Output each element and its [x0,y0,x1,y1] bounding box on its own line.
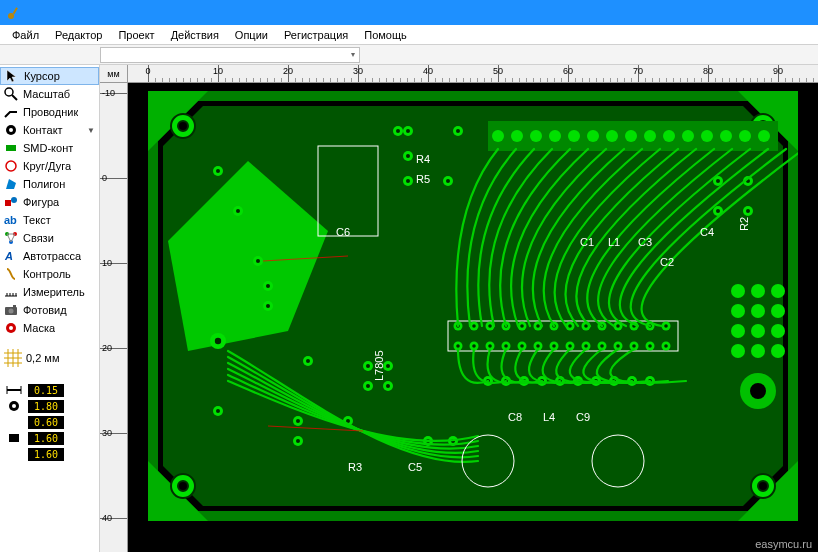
svg-point-195 [746,209,750,213]
tool-text[interactable]: abТекст [0,211,99,229]
tool-label: Курсор [24,70,60,82]
tool-smd[interactable]: SMD-конт [0,139,99,157]
smd-size-icon [4,431,24,445]
ruler-unit: мм [100,65,128,83]
pad-inner-value[interactable]: 0.60 [28,416,64,429]
svg-point-50 [758,481,768,491]
measure-icon [4,285,18,299]
svg-point-93 [536,344,540,348]
ruler-horizontal: 0102030405060708090 [128,65,818,83]
tool-circle[interactable]: Круг/Дуга [0,157,99,175]
tool-net[interactable]: Связи [0,229,99,247]
tool-label: Текст [23,214,51,226]
svg-point-226 [751,324,765,338]
svg-point-53 [492,130,504,142]
tool-polygon[interactable]: Полигон [0,175,99,193]
svg-rect-23 [13,305,16,307]
svg-text:C2: C2 [660,256,674,268]
tool-label: SMD-конт [23,142,73,154]
grid-label: 0,2 мм [26,352,59,364]
svg-text:A: A [4,250,13,262]
svg-text:C5: C5 [408,461,422,473]
smd-icon [4,141,18,155]
svg-point-223 [751,304,765,318]
smd-h-value[interactable]: 1.60 [28,448,64,461]
tool-zoom[interactable]: Масштаб [0,85,99,103]
svg-text:C4: C4 [700,226,714,238]
circle-icon [4,159,18,173]
svg-point-58 [587,130,599,142]
svg-point-109 [600,344,604,348]
menu-actions[interactable]: Действия [163,27,227,43]
tool-label: Полигон [23,178,65,190]
tool-photoview[interactable]: Фотовид [0,301,99,319]
svg-point-77 [472,344,476,348]
svg-point-101 [568,344,572,348]
svg-point-55 [530,130,542,142]
svg-point-161 [256,259,260,263]
tool-mask[interactable]: Маска [0,319,99,337]
svg-marker-8 [6,179,16,189]
tool-label: Масштаб [23,88,70,100]
pcb-canvas[interactable]: R4 R5 C6 R2 C1 L1 C3 C2 C4 R3 C5 C8 L4 C… [128,83,818,552]
svg-point-57 [568,130,580,142]
tool-pad[interactable]: Контакт▼ [0,121,99,139]
svg-point-197 [716,179,720,183]
svg-point-123 [664,324,668,328]
svg-point-230 [771,344,785,358]
mask-icon [4,321,18,335]
smd-w-value[interactable]: 1.60 [28,432,64,445]
svg-point-44 [178,121,188,131]
tool-shape[interactable]: Фигура [0,193,99,211]
app-icon [6,5,22,21]
menu-register[interactable]: Регистрация [276,27,356,43]
svg-point-157 [406,179,410,183]
svg-point-34 [12,404,16,408]
track-params: 0.15 1.80 0.60 1.60 1.60 [0,379,99,465]
menu-options[interactable]: Опции [227,27,276,43]
tool-label: Связи [23,232,54,244]
tool-measure[interactable]: Измеритель [0,283,99,301]
svg-line-3 [12,95,17,100]
menu-help[interactable]: Помощь [356,27,415,43]
svg-point-121 [648,344,652,348]
board-selector-dropdown[interactable] [100,47,360,63]
svg-point-219 [731,284,745,298]
tool-autoroute[interactable]: AАвтотрасса [0,247,99,265]
svg-text:C3: C3 [638,236,652,248]
menu-file[interactable]: Файл [4,27,47,43]
svg-point-22 [9,309,14,314]
svg-point-111 [616,324,620,328]
svg-point-5 [9,128,13,132]
menu-editor[interactable]: Редактор [47,27,110,43]
svg-point-105 [584,344,588,348]
svg-point-97 [552,344,556,348]
pad-outer-value[interactable]: 1.80 [28,400,64,413]
tool-sidebar: КурсорМасштабПроводникКонтакт▼SMD-контКр… [0,65,100,552]
grid-setting[interactable]: 0,2 мм [0,345,99,371]
svg-point-171 [296,439,300,443]
svg-point-125 [664,344,668,348]
track-width-value[interactable]: 0.15 [28,384,64,397]
svg-point-7 [6,161,16,171]
chevron-down-icon: ▼ [87,126,95,135]
svg-text:L7805: L7805 [373,350,385,381]
svg-point-193 [716,209,720,213]
svg-point-91 [536,324,540,328]
svg-point-2 [5,88,13,96]
tool-track[interactable]: Проводник [0,103,99,121]
tool-inspect[interactable]: Контроль [0,265,99,283]
titlebar [0,0,818,25]
svg-point-65 [720,130,732,142]
svg-point-25 [9,326,13,330]
menu-project[interactable]: Проект [110,27,162,43]
zoom-icon [4,87,18,101]
svg-point-79 [488,324,492,328]
svg-point-62 [663,130,675,142]
svg-point-169 [296,419,300,423]
toolbar [0,45,818,65]
svg-point-113 [616,344,620,348]
svg-point-153 [456,129,460,133]
svg-point-149 [396,129,400,133]
tool-cursor[interactable]: Курсор [0,67,99,85]
